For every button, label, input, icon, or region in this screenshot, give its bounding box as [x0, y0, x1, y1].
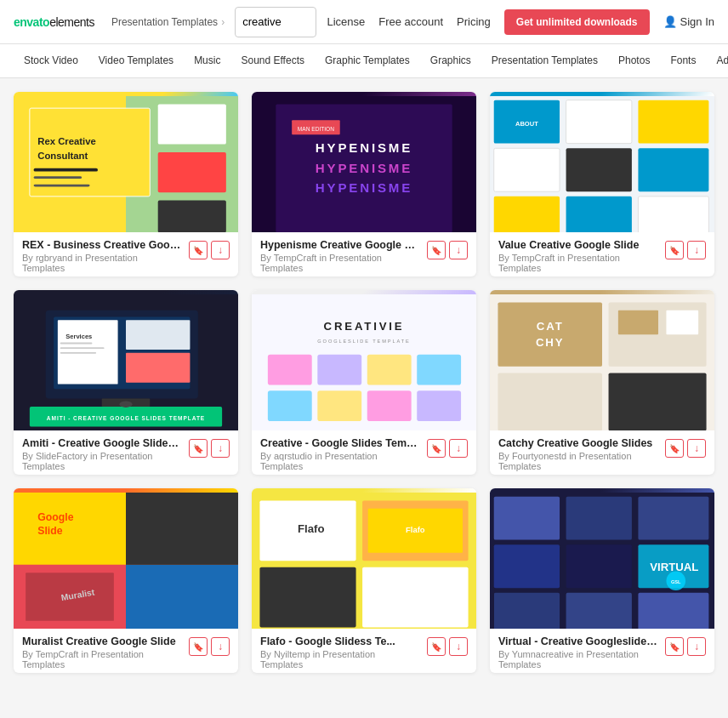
logo[interactable]: envatoelements — [14, 15, 94, 29]
svg-rect-83 — [638, 497, 708, 540]
svg-rect-47 — [317, 355, 361, 385]
svg-text:Flafo: Flafo — [406, 525, 425, 534]
bookmark-button[interactable]: 🔖 — [189, 241, 208, 259]
card-author: By TempCraft in Presentation Templates — [22, 649, 182, 670]
search-input[interactable] — [236, 15, 316, 28]
card-title: Hypenisme Creative Google Slide — [260, 239, 420, 251]
bookmark-button[interactable]: 🔖 — [665, 241, 684, 259]
logo-text: envatoelements — [14, 15, 94, 29]
svg-rect-4 — [158, 152, 226, 192]
download-icon: ↓ — [218, 244, 223, 256]
header: envatoelements Presentation Templates › … — [0, 0, 728, 44]
bookmark-button[interactable]: 🔖 — [427, 439, 446, 458]
svg-rect-52 — [367, 390, 412, 421]
svg-rect-71 — [26, 573, 114, 621]
card-author: By Nyiltemp in Presentation Templates — [260, 649, 420, 670]
bookmark-icon: 🔖 — [193, 246, 203, 255]
bookmark-icon: 🔖 — [193, 444, 203, 453]
svg-text:CAT: CAT — [537, 321, 564, 333]
bookmark-button[interactable]: 🔖 — [189, 439, 208, 458]
svg-rect-67 — [126, 493, 238, 565]
svg-rect-10 — [34, 185, 90, 187]
sign-in-button[interactable]: 👤 Sign In — [663, 15, 714, 28]
download-icon: ↓ — [456, 442, 461, 454]
download-button[interactable]: ↓ — [211, 241, 230, 259]
card-thumbnail[interactable]: Services AMITI - CREATIVE GOOGLE SLIDES … — [14, 290, 238, 430]
card-thumbnail[interactable]: VIRTUAL GSL — [490, 488, 714, 629]
card-thumbnail[interactable]: HYPENISME HYPENISME HYPENISME MAN EDITIO… — [252, 92, 476, 232]
bookmark-icon: 🔖 — [669, 642, 680, 652]
category-item[interactable]: Music — [184, 44, 230, 78]
card-author: By rgbryand in Presentation Templates — [22, 253, 182, 273]
bookmark-icon: 🔖 — [431, 642, 441, 652]
bookmark-button[interactable]: 🔖 — [189, 637, 208, 656]
svg-rect-27 — [638, 197, 708, 232]
download-button[interactable]: ↓ — [211, 439, 230, 458]
svg-rect-89 — [638, 593, 708, 629]
search-bar: ✕ 🔍 — [235, 7, 316, 37]
breadcrumb: Presentation Templates › — [111, 16, 225, 28]
svg-rect-20 — [566, 100, 632, 144]
svg-rect-48 — [367, 355, 412, 385]
card-thumbnail[interactable]: ABOUT — [490, 92, 714, 232]
svg-rect-58 — [609, 373, 707, 430]
card-thumbnail[interactable]: Flafo Flafo — [252, 488, 476, 629]
svg-rect-23 — [566, 148, 632, 191]
nav-pricing[interactable]: Pricing — [457, 15, 491, 28]
download-button[interactable]: ↓ — [687, 241, 706, 259]
svg-rect-87 — [494, 593, 560, 629]
svg-text:AMITI - CREATIVE GOOGLE SLIDES: AMITI - CREATIVE GOOGLE SLIDES TEMPLATE — [47, 415, 205, 421]
svg-rect-26 — [566, 197, 632, 232]
download-button[interactable]: ↓ — [687, 439, 706, 458]
svg-rect-65 — [126, 565, 238, 629]
download-button[interactable]: ↓ — [687, 637, 706, 656]
category-item[interactable]: Video Templates — [88, 44, 184, 78]
category-item[interactable]: Sound Effects — [230, 44, 315, 78]
bookmark-button[interactable]: 🔖 — [665, 439, 684, 458]
download-button[interactable]: ↓ — [211, 637, 230, 656]
svg-rect-25 — [494, 197, 560, 232]
download-icon: ↓ — [218, 641, 223, 652]
bookmark-button[interactable]: 🔖 — [427, 637, 446, 656]
product-card: Flafo Flafo Flafo - Google Slidess Te...… — [252, 488, 476, 673]
bookmark-button[interactable]: 🔖 — [427, 241, 446, 259]
svg-rect-82 — [566, 497, 632, 540]
card-thumbnail[interactable]: Google Slide Muralist — [14, 488, 238, 629]
card-title: REX - Business Creative Google Sl... — [22, 239, 182, 251]
breadcrumb-parent[interactable]: Presentation Templates — [111, 16, 218, 28]
download-button[interactable]: ↓ — [449, 637, 468, 656]
sign-in-label: Sign In — [680, 15, 714, 28]
category-item[interactable]: Graphics — [420, 44, 481, 78]
nav-free-account[interactable]: Free account — [378, 15, 443, 28]
product-card: Google Slide Muralist Muralist Creative … — [14, 488, 238, 673]
category-item[interactable]: Fonts — [660, 44, 706, 78]
svg-rect-62 — [666, 311, 698, 334]
card-thumbnail[interactable]: CREATIVIE GOOGLESLIDE TEMPLATE — [252, 290, 476, 430]
category-item[interactable]: Photos — [608, 44, 660, 78]
svg-point-42 — [119, 402, 132, 408]
cta-button[interactable]: Get unlimited downloads — [504, 9, 650, 35]
category-item[interactable]: Graphic Templates — [315, 44, 420, 78]
product-card: Rex Creative Consultant REX - Business C… — [14, 92, 238, 276]
svg-rect-76 — [362, 567, 468, 628]
svg-rect-3 — [158, 105, 226, 145]
download-icon: ↓ — [694, 442, 699, 454]
category-item[interactable]: Add-ons — [706, 44, 728, 78]
svg-rect-88 — [566, 593, 632, 629]
card-title: Creative - Google Slides Template — [260, 437, 420, 449]
download-button[interactable]: ↓ — [449, 241, 468, 259]
category-item[interactable]: Stock Video — [14, 44, 88, 78]
product-card: VIRTUAL GSL Virtual - Creative Googlesli… — [490, 488, 714, 673]
bookmark-button[interactable]: 🔖 — [665, 637, 684, 656]
nav-license[interactable]: License — [327, 15, 365, 28]
card-thumbnail[interactable]: Rex Creative Consultant — [14, 92, 238, 232]
svg-rect-57 — [498, 373, 602, 430]
svg-text:Google: Google — [37, 511, 73, 523]
category-item[interactable]: Presentation Templates — [481, 44, 608, 78]
card-thumbnail[interactable]: CAT CHY — [490, 290, 714, 430]
card-author: By Yumnacreative in Presentation Templat… — [498, 649, 658, 670]
bookmark-icon: 🔖 — [669, 444, 680, 453]
download-button[interactable]: ↓ — [449, 439, 468, 458]
download-icon: ↓ — [456, 641, 461, 652]
bookmark-icon: 🔖 — [669, 246, 680, 255]
